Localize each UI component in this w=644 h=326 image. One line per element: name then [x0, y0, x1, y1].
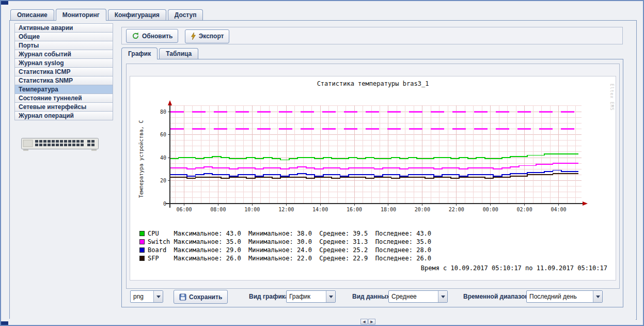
view-tabbar: ГрафикТаблица [121, 48, 200, 59]
chart-panel: Статистика температуры bras3_1 Eltex EMS… [130, 76, 616, 281]
view-tab-1[interactable]: Таблица [159, 48, 198, 59]
chart-title: Статистика температуры bras3_1 [130, 80, 616, 87]
svg-text:10:00: 10:00 [244, 207, 260, 212]
svg-text:60: 60 [160, 132, 166, 137]
sidebar-item-7[interactable]: Температура [14, 85, 113, 94]
data-type-combobox[interactable]: Среднее [388, 290, 448, 303]
svg-text:08:00: 08:00 [210, 207, 226, 212]
format-combobox-value: png [131, 291, 153, 302]
svg-text:80: 80 [160, 109, 166, 115]
view-tab-0[interactable]: График [121, 48, 158, 59]
format-combobox-arrow-button[interactable] [153, 291, 163, 302]
legend-swatch-icon [139, 231, 145, 236]
svg-text:02:00: 02:00 [517, 207, 532, 212]
export-button-label: Экспорт [199, 33, 224, 40]
chevron-down-icon [596, 296, 600, 298]
svg-text:20: 20 [160, 178, 166, 183]
legend-row-2: Board Максимальное: 29.0 Минимальное: 24… [139, 246, 431, 254]
svg-text:40: 40 [160, 155, 166, 161]
scroll-right-button[interactable]: ▶ [368, 319, 375, 324]
legend-text: Switch Максимальное: 35.0 Минимальное: 3… [148, 238, 431, 245]
legend-row-0: CPU Максимальное: 43.0 Минимальное: 38.0… [139, 229, 431, 237]
graph-view-panel: Статистика температуры bras3_1 Eltex EMS… [121, 59, 623, 307]
time-range-combobox[interactable]: Последний день [526, 290, 603, 303]
svg-text:22:00: 22:00 [449, 207, 464, 212]
legend-text: CPU Максимальное: 43.0 Минимальное: 38.0… [148, 230, 431, 237]
svg-text:18:00: 18:00 [381, 207, 396, 212]
svg-text:20:00: 20:00 [415, 207, 430, 212]
format-combobox[interactable]: png [130, 290, 163, 303]
refresh-button-label: Обновить [142, 33, 172, 40]
legend-text: Board Максимальное: 29.0 Минимальное: 24… [148, 246, 431, 254]
main-tab-1[interactable]: Мониторинг [56, 9, 106, 21]
save-button[interactable]: Сохранить [174, 290, 228, 304]
save-button-label: Сохранить [189, 293, 222, 301]
main-tab-0[interactable]: Описание [10, 9, 54, 20]
main-tab-3[interactable]: Доступ [168, 9, 203, 20]
refresh-icon [132, 32, 139, 40]
sidebar-item-2[interactable]: Порты [14, 41, 113, 50]
svg-text:12:00: 12:00 [278, 207, 294, 212]
sidebar-item-10[interactable]: Журнал операций [14, 111, 113, 120]
scroll-left-button[interactable]: ◀ [360, 319, 368, 324]
chevron-down-icon [441, 296, 445, 298]
svg-text:06:00: 06:00 [176, 207, 192, 212]
floppy-save-icon [179, 293, 186, 301]
chart-controls: png Сохранить Вид графика График [130, 290, 616, 304]
export-button[interactable]: Экспорт [185, 29, 230, 43]
main-tab-2[interactable]: Конфигурация [108, 9, 166, 20]
data-type-arrow-button[interactable] [438, 291, 447, 302]
chart-legend: CPU Максимальное: 43.0 Минимальное: 38.0… [139, 229, 431, 262]
window-frame-accent-bottom [1, 321, 8, 325]
legend-row-1: Switch Максимальное: 35.0 Минимальное: 3… [139, 238, 431, 245]
monitoring-panel: Активные аварииОбщиеПортыЖурнал событийЖ… [9, 20, 637, 320]
time-range-arrow-button[interactable] [593, 291, 602, 302]
chevron-down-icon [156, 296, 161, 298]
app-window: ОписаниеМониторингКонфигурацияДоступ Акт… [0, 0, 644, 326]
switch-front-panel-icon [21, 135, 99, 152]
svg-text:14:00: 14:00 [312, 207, 328, 212]
sidebar-item-5[interactable]: Статистика ICMP [14, 67, 113, 76]
time-range-label: Временной диапазон [463, 290, 529, 303]
legend-text: SFP Максимальное: 26.0 Минимальное: 22.0… [148, 255, 431, 262]
device-image [21, 135, 99, 154]
legend-row-3: SFP Максимальное: 26.0 Минимальное: 22.0… [139, 254, 431, 262]
toolbar: Обновить Экспорт [121, 27, 623, 44]
refresh-button[interactable]: Обновить [126, 29, 178, 43]
graph-type-arrow-button[interactable] [326, 291, 335, 302]
svg-text:00:00: 00:00 [483, 207, 498, 212]
sidebar-item-8[interactable]: Состояние туннелей [14, 94, 113, 103]
legend-swatch-icon [139, 247, 145, 253]
chevron-down-icon [329, 296, 333, 298]
svg-text:0: 0 [163, 201, 166, 207]
horizontal-scrollbar[interactable]: ◀ ▶ [8, 319, 636, 324]
graph-type-combobox[interactable]: График [286, 290, 336, 303]
window-frame-accent-top [1, 1, 8, 5]
main-tabbar: ОписаниеМониторингКонфигурацияДоступ [10, 9, 205, 20]
graph-type-value: График [287, 291, 326, 302]
sidebar-item-4[interactable]: Журнал syslog [14, 58, 113, 68]
time-range-caption: Время с 10.09.2017 05:10:17 по 11.09.201… [421, 265, 607, 272]
sidebar-item-9[interactable]: Сетевые интерфейсы [14, 102, 113, 112]
sidebar-item-3[interactable]: Журнал событий [14, 50, 113, 59]
sidebar-item-1[interactable]: Общие [14, 32, 113, 41]
data-type-value: Среднее [389, 291, 438, 302]
sidebar-item-0[interactable]: Активные аварии [14, 23, 113, 33]
export-icon [191, 33, 196, 40]
sidebar: Активные аварииОбщиеПортыЖурнал событийЖ… [14, 23, 113, 120]
graph-type-label: Вид графика [249, 290, 289, 303]
data-type-label: Вид данных [352, 290, 390, 303]
svg-text:16:00: 16:00 [347, 207, 362, 212]
sidebar-item-6[interactable]: Статистика SNMP [14, 76, 113, 85]
time-range-value: Последний день [527, 291, 593, 302]
legend-swatch-icon [139, 239, 145, 244]
temperature-chart: 02040608006:0008:0010:0012:0014:0016:001… [130, 90, 616, 228]
svg-text:04:00: 04:00 [551, 207, 566, 212]
legend-swatch-icon [139, 256, 145, 261]
